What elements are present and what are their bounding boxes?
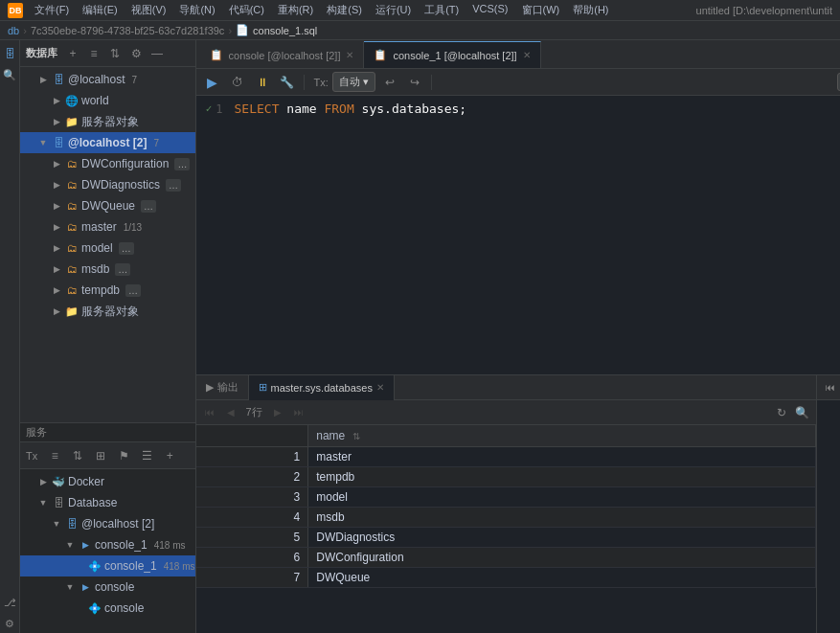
tab-console[interactable]: 📋 console [@localhost [2]] ✕	[200, 41, 365, 68]
table-row[interactable]: 1 master	[196, 447, 816, 467]
services-add-btn[interactable]: +	[160, 446, 179, 465]
tree-badge: 418 ms	[164, 561, 195, 572]
breadcrumb-file: console_1.sql	[253, 25, 317, 36]
table-row[interactable]: 5 DWDiagnostics	[196, 528, 816, 548]
out-first-button[interactable]: ⏮	[821, 378, 840, 397]
redo-button[interactable]: ↪	[404, 72, 425, 93]
results-tab-table[interactable]: ⊞ master.sys.databases ✕	[249, 375, 395, 400]
add-datasource-button[interactable]: +	[63, 44, 82, 63]
table-row[interactable]: 6 DWConfiguration	[196, 548, 816, 568]
services-item-console1-group[interactable]: ▼ ▶ console_1 418 ms	[20, 534, 195, 555]
tx-label: Tx:	[314, 77, 329, 88]
sidebar-db-icon[interactable]: 🗄	[0, 44, 19, 63]
autocommit-button[interactable]: 自动 ▾	[332, 72, 375, 92]
title-bar: DB 文件(F) 编辑(E) 视图(V) 导航(N) 代码(C) 重构(R) 构…	[0, 0, 840, 21]
col-name-label: name	[316, 429, 345, 442]
tree-item-master[interactable]: ▶ 🗂 master 1/13	[20, 216, 195, 237]
tree-item-localhost2[interactable]: ▼ 🗄 @localhost [2] 7	[20, 132, 195, 153]
services-menu-btn[interactable]: ☰	[137, 446, 156, 465]
db-icon: 🗂	[65, 199, 79, 213]
db-icon: 🗂	[65, 241, 79, 255]
services-label: 服务	[20, 422, 195, 441]
next-page-button[interactable]: ▶	[268, 403, 287, 422]
collapse-button[interactable]: —	[148, 44, 167, 63]
results-panel: ▶ 输出 ⊞ master.sys.databases ✕ ⏮ ◀ 7行 ▶ ⏭	[196, 374, 840, 633]
tree-item-dwconfig[interactable]: ▶ 🗂 DWConfiguration …	[20, 153, 195, 174]
tree-item-server-objects-1[interactable]: ▶ 📁 服务器对象	[20, 111, 195, 132]
tab-close-button[interactable]: ✕	[376, 382, 384, 393]
tab-close-button[interactable]: ✕	[523, 50, 531, 60]
col-name[interactable]: name ⇅	[308, 425, 815, 447]
services-item-database[interactable]: ▼ 🗄 Database	[20, 492, 195, 513]
table-row[interactable]: 4 msdb	[196, 508, 816, 528]
row-number: 4	[196, 508, 308, 528]
filter-button[interactable]: ⚙	[126, 44, 146, 63]
database-icon: 🗄	[52, 496, 65, 509]
tree-item-world[interactable]: ▶ 🌐 world	[20, 90, 195, 111]
sort-icon: ⇅	[352, 431, 360, 441]
tree-item-dwqueue[interactable]: ▶ 🗂 DWQueue …	[20, 195, 195, 216]
menu-file[interactable]: 文件(F)	[29, 1, 75, 19]
sidebar-search-icon[interactable]: 🔍	[0, 65, 19, 84]
tree-item-model[interactable]: ▶ 🗂 model …	[20, 237, 195, 259]
autocommit-label: 自动	[339, 75, 360, 89]
services-item-docker[interactable]: ▶ 🐳 Docker	[20, 471, 195, 492]
tree-item-server-objects-2[interactable]: ▶ 📁 服务器对象	[20, 301, 195, 322]
menu-refactor[interactable]: 重构(R)	[272, 1, 319, 19]
run-button[interactable]: ▶	[202, 72, 223, 93]
tree-item-msdb[interactable]: ▶ 🗂 msdb …	[20, 259, 195, 280]
services-list-btn[interactable]: ≡	[45, 446, 64, 465]
services-item-console-group[interactable]: ▼ ▶ console	[20, 576, 195, 598]
menu-build[interactable]: 构建(S)	[321, 1, 368, 19]
config-button[interactable]: 🔧	[277, 72, 298, 93]
menu-help[interactable]: 帮助(H)	[567, 1, 614, 19]
prev-page-button[interactable]: ◀	[221, 403, 240, 422]
db-server-icon: 🗄	[52, 73, 65, 86]
tab-console1[interactable]: 📋 console_1 [@localhost [2]] ✕	[364, 41, 540, 68]
menu-view[interactable]: 视图(V)	[125, 1, 172, 19]
sidebar-git-icon[interactable]: ⎇	[0, 593, 19, 612]
refresh-button[interactable]: ↻	[772, 403, 791, 422]
keyword-select: SELECT	[235, 100, 280, 119]
data-table-container[interactable]: name ⇅ 1 master 2	[196, 425, 816, 633]
editor-content[interactable]: SELECT name FROM sys.databases;	[231, 96, 840, 374]
menu-nav[interactable]: 导航(N)	[173, 1, 220, 19]
table-row[interactable]: 7 DWQueue	[196, 568, 816, 588]
cell-name: master	[308, 447, 815, 467]
cell-name: msdb	[308, 508, 815, 528]
search-button[interactable]: 🔍	[793, 403, 812, 422]
tree-item-tempdb[interactable]: ▶ 🗂 tempdb …	[20, 280, 195, 301]
sort-button[interactable]: ⇅	[105, 44, 125, 63]
tree-arrow: ▶	[51, 221, 62, 233]
row-number: 1	[196, 447, 308, 467]
services-grid-btn[interactable]: ⊞	[91, 446, 110, 465]
first-page-button[interactable]: ⏮	[200, 403, 219, 422]
table-row[interactable]: 2 tempdb	[196, 467, 816, 487]
menu-code[interactable]: 代码(C)	[223, 1, 270, 19]
services-sort-btn[interactable]: ⇅	[68, 446, 87, 465]
services-item-localhost2[interactable]: ▼ 🗄 @localhost [2]	[20, 513, 195, 534]
undo-button[interactable]: ↩	[379, 72, 400, 93]
menu-edit[interactable]: 编辑(E)	[77, 1, 124, 19]
table-row[interactable]: 3 model	[196, 487, 816, 508]
tree-item-dwdiag[interactable]: ▶ 🗂 DWDiagnostics …	[20, 174, 195, 195]
tree-label: msdb	[81, 262, 109, 276]
results-tab-output[interactable]: ▶ 输出	[196, 375, 249, 400]
menu-window[interactable]: 窗口(W)	[516, 1, 566, 19]
docker-icon: 🐳	[52, 475, 65, 488]
menu-tools[interactable]: 工具(T)	[419, 1, 465, 19]
sidebar-settings-icon[interactable]: ⚙	[0, 614, 19, 633]
tree-label: 服务器对象	[81, 304, 139, 320]
timer-button[interactable]: ⏱	[227, 72, 248, 93]
last-page-button[interactable]: ⏭	[289, 403, 308, 422]
services-filter-btn[interactable]: ⚑	[114, 446, 133, 465]
tree-item-localhost[interactable]: ▶ 🗄 @localhost 7	[20, 69, 195, 90]
breadcrumb-bar: db › 7c350ebe-8796-4738-bf25-63c7d281f39…	[0, 21, 840, 40]
services-item-console[interactable]: 💠 console	[20, 598, 195, 619]
tab-close-button[interactable]: ✕	[346, 50, 353, 60]
services-item-console1-active[interactable]: 💠 console_1 418 ms	[20, 555, 195, 576]
list-view-button[interactable]: ≡	[84, 44, 103, 63]
menu-run[interactable]: 运行(U)	[370, 1, 417, 19]
menu-vcs[interactable]: VCS(S)	[466, 1, 513, 19]
pause-button[interactable]: ⏸	[252, 72, 273, 93]
